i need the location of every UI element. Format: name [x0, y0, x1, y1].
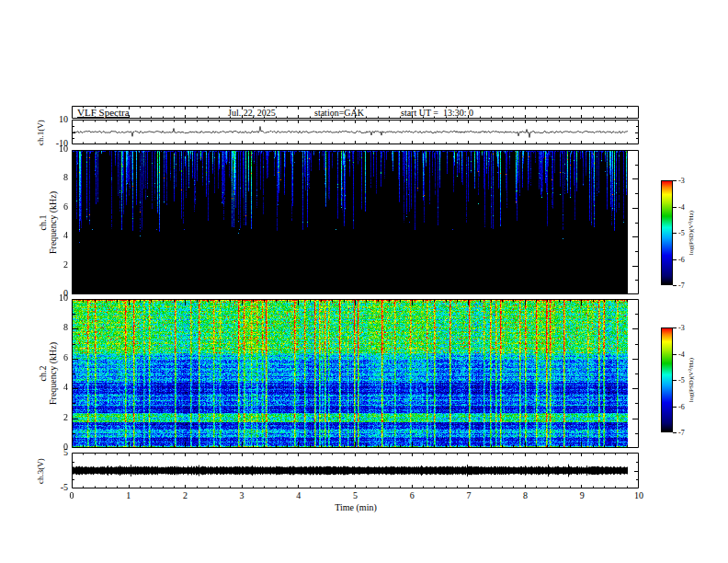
colorbar-tick-label: -6 [678, 402, 685, 413]
colorbar-tick-mark [673, 432, 677, 433]
colorbar-tick-mark [673, 285, 677, 286]
colorbar-1-label-wrap: log(PSD)(V²/Hz) [684, 180, 699, 285]
x-tick-label: 10 [630, 490, 648, 501]
colorbar-tick-label: -5 [678, 228, 685, 239]
colorbar-tick-mark [673, 407, 677, 408]
x-tick-label: 5 [347, 490, 365, 501]
spec1-channel-label: ch.1 [38, 190, 48, 253]
x-axis-title: Time (min) [318, 502, 393, 512]
ch3-voltage-axis-label: ch.3(V) [36, 458, 45, 484]
y-tick-label: 2 [42, 259, 68, 270]
colorbar-2-label-wrap: log(PSD)(V²/Hz) [684, 327, 699, 432]
colorbar-2-label: log(PSD)(V²/Hz) [688, 358, 695, 402]
y-tick-label: 4 [42, 382, 68, 393]
y-tick-label: 0 [42, 442, 68, 453]
spec1-frequency-label: Frequency (kHz) [48, 190, 58, 253]
colorbar-2 [661, 327, 673, 432]
colorbar-tick-label: -5 [678, 375, 685, 386]
colorbar-tick-mark [673, 327, 677, 328]
y-tick-label: 6 [42, 201, 68, 213]
x-tick-label: 8 [517, 490, 535, 501]
colorbar-tick-label: -7 [678, 281, 685, 292]
colorbar-tick-label: -6 [678, 255, 685, 266]
x-tick-label: 4 [290, 490, 308, 501]
x-tick-label: 1 [119, 490, 138, 501]
y-tick-label: 8 [42, 172, 68, 183]
colorbar-tick-mark [673, 259, 677, 260]
spec2-y-axis-label-wrap: ch.2 Frequency (kHz) [37, 299, 59, 448]
colorbar-tick-mark [673, 233, 677, 234]
x-tick-label: 2 [176, 490, 194, 501]
vlf-spectra-plot: VLF Spectra Jul. 22, 2025 station=GAK st… [0, 0, 728, 563]
colorbar-tick-mark [673, 380, 677, 381]
y-tick-label: 10 [42, 144, 68, 155]
ch1-voltage-panel [72, 120, 639, 144]
y-tick-label: 6 [42, 352, 68, 363]
colorbar-tick-label: -4 [678, 350, 685, 361]
colorbar-tick-label: -7 [678, 428, 685, 439]
ch3-voltage-panel [72, 453, 639, 488]
x-tick-label: 0 [63, 490, 81, 501]
ch2-spectrogram-panel [72, 299, 639, 448]
colorbar-tick-label: -3 [678, 176, 685, 187]
x-tick-label: 3 [233, 490, 251, 501]
colorbar-tick-mark [673, 207, 677, 208]
x-tick-label: 7 [460, 490, 478, 501]
ch1-spectrogram-panel [72, 150, 639, 294]
colorbar-tick-label: -3 [678, 323, 685, 334]
colorbar-1-label: log(PSD)(V²/Hz) [688, 211, 695, 255]
x-tick-label: 9 [573, 490, 591, 501]
y-tick-label: 10 [42, 293, 68, 304]
x-tick-label: 6 [403, 490, 421, 501]
y-tick-label: 8 [42, 322, 68, 333]
colorbar-tick-mark [673, 354, 677, 355]
colorbar-tick-label: -4 [678, 202, 685, 213]
colorbar-tick-mark [673, 180, 677, 181]
colorbar-1 [661, 180, 673, 285]
spec1-y-axis-label: ch.1 Frequency (kHz) [38, 190, 58, 253]
ch1v-ymax-label: 10 [42, 114, 68, 125]
header-box [72, 106, 639, 119]
y-tick-label: 4 [42, 230, 68, 241]
y-tick-label: 2 [42, 412, 68, 423]
